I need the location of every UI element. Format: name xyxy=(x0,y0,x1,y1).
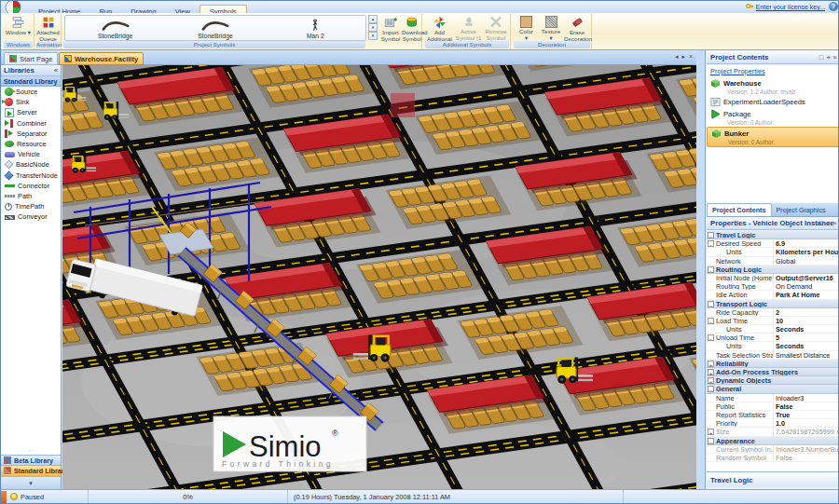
project-item-experiment[interactable]: ExperimentLoaderSpeeds xyxy=(707,96,839,108)
float-window-icon[interactable]: □ xyxy=(819,219,824,227)
library-item-vehicle[interactable]: Vehicle xyxy=(1,149,61,159)
expander-icon[interactable]: - xyxy=(708,232,714,238)
property-value[interactable]: Kilometers per Hour xyxy=(773,248,839,255)
download-symbol-button[interactable]: Download Symbol xyxy=(402,15,422,41)
property-row[interactable]: Random SymbolFalse xyxy=(707,454,839,462)
close-icon[interactable]: × xyxy=(833,53,837,61)
panel-options-bar[interactable]: ▾ xyxy=(1,476,61,489)
tab-close-icon[interactable]: × xyxy=(689,53,693,60)
active-symbol-button[interactable]: Active Symbol (1 of 1) ▾ xyxy=(455,15,482,41)
library-item-transfernode[interactable]: TransferNode xyxy=(1,170,61,181)
library-item-timepath[interactable]: TimePath xyxy=(1,201,61,211)
window-button[interactable]: Window ▾ xyxy=(4,15,33,41)
project-item-warehouse[interactable]: Warehouse Version: 1.2 Author: mvab xyxy=(707,77,839,96)
library-item-conveyor[interactable]: Conveyor xyxy=(1,211,61,222)
property-category-row[interactable]: -General xyxy=(707,385,839,393)
facility-3d-view[interactable]: Simio ® Forward Thinking xyxy=(62,65,696,489)
property-category-row[interactable]: +Add-On Process Triggers xyxy=(707,368,839,376)
property-row[interactable]: -Load Time10 xyxy=(707,317,839,325)
facility-3d-viewport[interactable]: Simio ® Forward Thinking xyxy=(62,65,696,489)
library-item-basicnode[interactable]: BasicNode xyxy=(1,159,61,170)
license-link[interactable]: Enter your license key... xyxy=(746,2,825,12)
property-value[interactable]: Smallest Distance xyxy=(773,351,839,359)
tab-warehouse-facility[interactable]: Warehouse.Facility xyxy=(59,52,144,65)
project-item-package[interactable]: Package Version: 0 Author: xyxy=(707,108,839,127)
property-value[interactable]: Global xyxy=(773,257,839,265)
property-row[interactable]: +Size7.64281987295999 x 2.57923889... xyxy=(707,428,839,436)
property-value[interactable]: Inloader3.NumberBusy > 0 xyxy=(773,445,839,453)
property-row[interactable]: Task Selection Stra...Smallest Distance xyxy=(707,351,839,360)
auto-hide-pin-icon[interactable]: ⌖ xyxy=(826,219,830,227)
property-row[interactable]: UnitsKilometers per Hour xyxy=(707,248,839,256)
highlighted-container[interactable] xyxy=(391,93,415,117)
application-button[interactable] xyxy=(4,1,22,13)
library-item-combiner[interactable]: Combiner xyxy=(1,118,61,129)
add-additional-symbol-button[interactable]: Add Additional Symbol xyxy=(425,15,454,41)
expander-icon[interactable]: + xyxy=(708,377,714,384)
property-row[interactable]: PublicFalse xyxy=(707,402,839,411)
property-category-row[interactable]: -Travel Logic xyxy=(707,231,839,239)
help-icon[interactable]: ? xyxy=(829,2,838,11)
property-row[interactable]: UnitsSeconds xyxy=(707,325,839,334)
beta-library-button[interactable]: Beta Library xyxy=(1,455,61,465)
property-row[interactable]: -Desired Speed6.9 xyxy=(707,239,839,248)
property-row[interactable]: -Unload Time5 xyxy=(707,334,839,342)
property-value[interactable]: False xyxy=(773,454,839,461)
attached-queue-button[interactable]: Attached Queue xyxy=(35,15,61,41)
expander-icon[interactable]: - xyxy=(708,318,714,324)
property-value[interactable]: Seconds xyxy=(773,325,839,333)
library-item-sink[interactable]: Sink xyxy=(1,97,61,107)
property-row[interactable]: Routing TypeOn Demand xyxy=(707,282,839,291)
property-category-row[interactable]: +Dynamic Objects xyxy=(707,376,839,385)
property-row[interactable]: Current Symbol In...Inloader3.NumberBusy… xyxy=(707,445,839,454)
library-item-path[interactable]: Path xyxy=(1,191,61,201)
property-value[interactable]: 7.64281987295999 x 2.57923889... xyxy=(773,428,839,435)
property-value[interactable]: 6.9 xyxy=(773,239,839,247)
float-window-icon[interactable]: □ xyxy=(819,53,824,61)
erase-decoration-button[interactable]: Erase Decoration xyxy=(564,15,590,41)
property-value[interactable]: 10 xyxy=(773,317,839,324)
standard-library-button[interactable]: Standard Library xyxy=(1,465,61,476)
property-value[interactable]: 2 xyxy=(773,308,839,316)
expander-icon[interactable]: - xyxy=(708,334,714,341)
gallery-scroll-up-icon[interactable]: ▴ xyxy=(368,15,378,23)
tab-project-contents[interactable]: Project Contents xyxy=(707,203,772,216)
library-item-resource[interactable]: Resource xyxy=(1,139,61,149)
property-row[interactable]: NameInloader3 xyxy=(707,394,839,402)
tab-prev-icon[interactable]: ◂ xyxy=(675,53,679,60)
expander-icon[interactable]: - xyxy=(708,240,714,247)
panel-splitter[interactable] xyxy=(696,50,705,489)
property-value[interactable]: 1.0 xyxy=(773,419,839,427)
library-item-connector[interactable]: Connector xyxy=(1,181,61,191)
expander-icon[interactable]: + xyxy=(708,429,714,435)
property-value[interactable]: On Demand xyxy=(773,282,839,290)
property-category-row[interactable]: +Reliability xyxy=(707,360,839,368)
library-item-separator[interactable]: Separator xyxy=(1,129,61,139)
expander-icon[interactable]: + xyxy=(708,369,714,375)
gallery-item-stonebridge-2[interactable]: StoneBridge xyxy=(165,16,265,40)
tab-start-page[interactable]: Start Page xyxy=(4,52,58,65)
gallery-more-icon[interactable]: ▾ xyxy=(368,32,378,40)
expander-icon[interactable]: + xyxy=(708,361,714,367)
property-row[interactable]: Ride Capacity2 xyxy=(707,308,839,317)
expander-icon[interactable]: - xyxy=(708,386,714,392)
property-value[interactable]: 5 xyxy=(773,334,839,341)
gallery-scroll-down-icon[interactable]: ▾ xyxy=(368,23,378,32)
property-row[interactable]: Idle ActionPark At Home xyxy=(707,291,839,299)
collapse-panel-icon[interactable]: « xyxy=(54,65,58,76)
library-item-server[interactable]: Server xyxy=(1,107,61,117)
property-value[interactable]: True xyxy=(773,411,839,418)
auto-hide-pin-icon[interactable]: ⌖ xyxy=(826,53,830,61)
property-category-row[interactable]: -Routing Logic xyxy=(707,266,839,274)
property-value[interactable]: Park At Home xyxy=(773,291,839,298)
library-item-source[interactable]: Source xyxy=(1,87,61,97)
import-symbol-button[interactable]: Import Symbol xyxy=(380,15,401,41)
property-row[interactable]: Priority1.0 xyxy=(707,419,839,428)
color-button[interactable]: Color▾ xyxy=(515,15,538,41)
gallery-item-stonebridge-1[interactable]: StoneBridge xyxy=(65,16,165,40)
project-item-bunker[interactable]: Bunker Version: 0 Author: xyxy=(707,127,839,147)
property-row[interactable]: NetworkGlobal xyxy=(707,257,839,266)
texture-button[interactable]: Texture▾ xyxy=(539,15,563,41)
property-row[interactable]: Report StatisticsTrue xyxy=(707,411,839,419)
property-value[interactable]: Output@Server16 xyxy=(773,274,839,281)
